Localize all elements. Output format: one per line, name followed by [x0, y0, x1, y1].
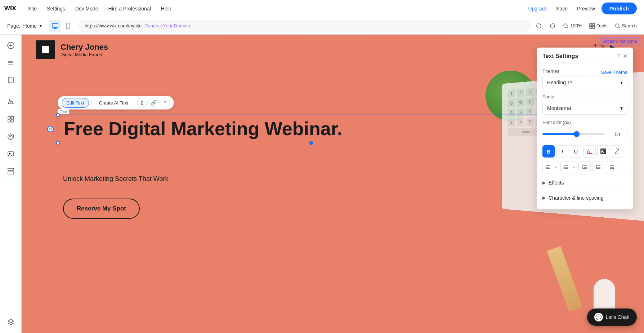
- nav-settings[interactable]: Settings: [42, 0, 70, 17]
- svg-rect-1: [52, 23, 58, 27]
- edit-text-btn[interactable]: Edit Text: [62, 98, 89, 108]
- zoom-indicator[interactable]: 100%: [560, 23, 585, 29]
- svg-point-6: [68, 27, 68, 28]
- panel-header-actions: ? ✕: [617, 53, 627, 59]
- preview-button[interactable]: Preview: [573, 6, 599, 12]
- subtitle-text[interactable]: Unlock Marketing Secrets That Work: [63, 175, 168, 183]
- bold-btn[interactable]: B: [542, 145, 555, 157]
- desktop-device-btn[interactable]: [49, 20, 61, 32]
- save-theme-btn[interactable]: Save Theme: [601, 70, 627, 75]
- svg-rect-32: [8, 168, 14, 170]
- svg-text:wix: wix: [4, 4, 16, 12]
- panel-title: Text Settings: [542, 53, 578, 59]
- pencil-decoration: [547, 246, 582, 312]
- search-label: Search: [622, 23, 637, 28]
- svg-rect-26: [11, 116, 14, 119]
- panel-help-icon[interactable]: ?: [617, 53, 620, 59]
- fonts-dropdown[interactable]: Montserrat ▾: [542, 102, 627, 115]
- redo-button[interactable]: [546, 20, 559, 32]
- slider-fill: [542, 133, 577, 135]
- indent-increase-btn[interactable]: [592, 161, 604, 173]
- create-ai-text-btn[interactable]: Create AI Text: [95, 98, 133, 107]
- indent-decrease-btn[interactable]: [578, 161, 591, 173]
- section-label: Section: Welcome: [599, 37, 641, 45]
- format-row: B I U A AA: [542, 145, 627, 157]
- save-button[interactable]: Save: [553, 6, 571, 12]
- text-highlight-btn[interactable]: AA: [597, 145, 609, 157]
- nav-help[interactable]: Help: [156, 0, 176, 17]
- italic-btn[interactable]: I: [556, 145, 568, 157]
- sidebar-sections-btn[interactable]: [3, 163, 19, 179]
- sidebar-design-btn[interactable]: [3, 94, 19, 110]
- history-icon[interactable]: ⟪: [137, 98, 147, 108]
- sidebar-apps-btn[interactable]: [3, 111, 19, 127]
- fontsize-input[interactable]: 51: [608, 128, 627, 140]
- chat-button[interactable]: 💬 Let's Chat!: [587, 308, 637, 326]
- connect-domain-link[interactable]: Connect Your Domain: [144, 23, 190, 28]
- svg-rect-33: [8, 172, 14, 174]
- device-icons: [49, 20, 74, 32]
- svg-rect-27: [8, 120, 10, 122]
- fontsize-slider[interactable]: [542, 133, 604, 135]
- help-icon[interactable]: ?: [160, 98, 170, 108]
- fonts-section: Fonts Montserrat ▾: [542, 94, 627, 115]
- effects-label: Effects: [549, 180, 564, 186]
- align-left-dropdown[interactable]: ▾: [542, 161, 559, 173]
- cta-button[interactable]: Reserve My Spot: [63, 199, 140, 219]
- themes-row: Themes Save Theme: [542, 68, 627, 76]
- upgrade-button[interactable]: Upgrade: [525, 6, 550, 12]
- link-text-btn[interactable]: [611, 145, 623, 157]
- sidebar-wix-btn[interactable]: [3, 129, 19, 145]
- align-dropdown-arrow: ▾: [553, 161, 559, 173]
- text-settings-panel: Text Settings ? ✕ Themes Save Theme: [537, 48, 633, 209]
- tools-button[interactable]: Tools: [586, 23, 610, 29]
- list-dropdown[interactable]: ▾: [560, 161, 577, 173]
- resize-handle-bottom[interactable]: [309, 141, 313, 145]
- nav-hire[interactable]: Hire a Professional: [103, 0, 156, 17]
- panel-close-icon[interactable]: ✕: [623, 53, 627, 59]
- sidebar-menus-btn[interactable]: [3, 55, 19, 71]
- handle-tl[interactable]: [56, 113, 60, 117]
- page-selector[interactable]: Page: Home ▾: [4, 20, 45, 32]
- svg-point-44: [564, 165, 565, 166]
- panel-divider-2: [542, 190, 627, 190]
- slider-thumb[interactable]: [574, 131, 580, 137]
- themes-dropdown[interactable]: Heading 1* ▾: [542, 76, 627, 89]
- wix-logo[interactable]: wix: [4, 4, 17, 13]
- text-color-btn[interactable]: A: [583, 145, 596, 157]
- svg-rect-36: [587, 153, 592, 154]
- site-name: Chery Jones Digital Media Expert: [61, 43, 108, 57]
- nav-devmode[interactable]: Dev Mode: [70, 0, 103, 17]
- fontsize-row: 51: [542, 128, 627, 140]
- sidebar-media-btn[interactable]: [3, 146, 19, 162]
- selected-text-box[interactable]: ↺ Free Digital Marketing Webinar. G: [58, 115, 565, 143]
- search-button[interactable]: Search: [612, 23, 640, 29]
- themes-label: Themes: [542, 68, 559, 74]
- effects-row[interactable]: ▶ Effects: [542, 176, 627, 189]
- slider-track: [542, 133, 604, 135]
- svg-line-14: [619, 27, 620, 28]
- char-spacing-row[interactable]: ▶ Character & line spacing: [542, 191, 627, 204]
- url-bar[interactable]: https://www.wix.com/mysite Connect Your …: [79, 20, 530, 32]
- text-direction-btn[interactable]: [606, 161, 618, 173]
- sidebar-add-btn[interactable]: [3, 37, 19, 53]
- handle-bl[interactable]: [56, 141, 60, 145]
- svg-line-8: [567, 27, 568, 28]
- main-area: Chery Jones Digital Media Expert f 𝕏 ▶ S…: [0, 35, 644, 333]
- svg-point-13: [616, 24, 619, 27]
- underline-btn[interactable]: U: [570, 145, 582, 157]
- sidebar-layers-btn[interactable]: [3, 314, 19, 330]
- nav-site[interactable]: Site: [23, 0, 42, 17]
- undo-button[interactable]: [533, 20, 545, 32]
- address-bar-actions: 100% Tools Search: [533, 20, 640, 32]
- publish-button[interactable]: Publish: [601, 3, 637, 14]
- link-icon[interactable]: 🔗: [148, 98, 158, 108]
- sidebar-pages-btn[interactable]: [3, 72, 19, 88]
- mobile-device-btn[interactable]: [62, 20, 74, 32]
- rotate-handle[interactable]: ↺: [47, 126, 54, 132]
- headline-text[interactable]: Free Digital Marketing Webinar.: [64, 119, 559, 139]
- site-subtitle: Digital Media Expert: [61, 52, 108, 57]
- svg-rect-10: [592, 23, 595, 26]
- align-row: ▾ ▾: [542, 161, 627, 173]
- canvas-area: Chery Jones Digital Media Expert f 𝕏 ▶ S…: [22, 35, 644, 333]
